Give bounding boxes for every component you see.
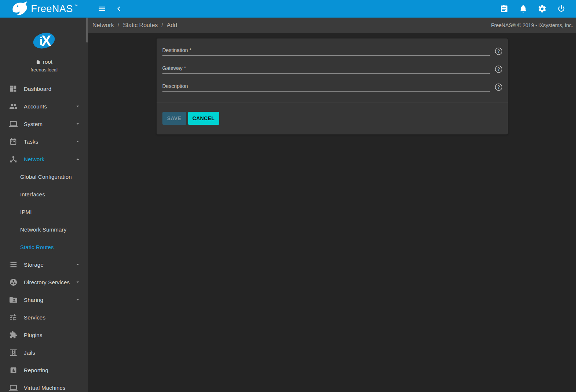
sidebar-item-network-summary[interactable]: Network Summary <box>0 221 88 238</box>
svg-text:?: ? <box>497 49 500 54</box>
save-button[interactable]: SAVE <box>162 112 186 125</box>
menu-hamburger-icon[interactable] <box>97 4 107 14</box>
laptop-icon <box>9 383 18 392</box>
power-icon[interactable] <box>556 4 566 14</box>
sidebar-item-label: Storage <box>24 262 44 268</box>
description-field-row: ? <box>162 82 503 92</box>
breadcrumb-bar: Network / Static Routes / Add FreeNAS® ©… <box>88 18 576 33</box>
sidebar-item-label: IPMI <box>20 209 32 215</box>
sidebar-item-label: Reporting <box>24 367 48 373</box>
chevron-down-icon <box>73 260 82 269</box>
breadcrumb-separator: / <box>118 22 119 29</box>
username: root <box>43 59 52 65</box>
svg-text:X: X <box>41 33 51 49</box>
sidebar-item-reporting[interactable]: Reporting <box>0 361 88 379</box>
sidebar-item-storage[interactable]: Storage <box>0 256 88 273</box>
network-hub-icon <box>9 155 18 163</box>
sidebar-item-label: Static Routes <box>20 244 54 250</box>
brand-trademark: ™ <box>74 4 78 8</box>
ix-logo: i X <box>30 29 58 52</box>
help-icon[interactable]: ? <box>495 83 503 91</box>
chevron-down-icon <box>73 137 82 146</box>
sidebar-item-label: Directory Services <box>24 279 70 285</box>
group-work-icon <box>9 278 18 286</box>
calendar-icon <box>9 137 18 146</box>
laptop-icon <box>9 119 18 128</box>
sidebar-item-ipmi[interactable]: IPMI <box>0 203 88 221</box>
sidebar: i X root freenas.local Dashboard Account… <box>0 18 88 392</box>
hostname: freenas.local <box>0 67 88 73</box>
svg-text:?: ? <box>497 85 500 90</box>
sidebar-item-label: Tasks <box>24 138 38 145</box>
sidebar-item-jails[interactable]: Jails <box>0 344 88 361</box>
help-icon[interactable]: ? <box>495 65 503 73</box>
chevron-up-icon <box>73 155 82 163</box>
puzzle-icon <box>9 330 18 339</box>
network-submenu: Global Configuration Interfaces IPMI Net… <box>0 168 88 256</box>
breadcrumb-static-routes[interactable]: Static Routes <box>123 22 158 29</box>
gateway-field-row: ? <box>162 64 503 74</box>
destination-field-row: ? <box>162 47 503 56</box>
cancel-button[interactable]: CANCEL <box>188 112 219 125</box>
notifications-bell-icon[interactable] <box>518 4 528 14</box>
sidebar-item-label: Plugins <box>24 332 43 338</box>
breadcrumb: Network / Static Routes / Add <box>92 22 177 29</box>
main-content: ? ? ? <box>88 33 576 392</box>
sidebar-item-dashboard[interactable]: Dashboard <box>0 80 88 97</box>
shark-logo-icon <box>10 1 29 17</box>
sidebar-item-sharing[interactable]: Sharing <box>0 291 88 308</box>
sidebar-item-label: Services <box>24 314 45 321</box>
breadcrumb-network[interactable]: Network <box>92 22 114 29</box>
chevron-down-icon <box>73 119 82 128</box>
sidebar-item-label: Dashboard <box>24 86 51 92</box>
sidebar-item-tasks[interactable]: Tasks <box>0 133 88 150</box>
help-icon[interactable]: ? <box>495 47 503 55</box>
top-bar: FreeNAS ™ <box>0 0 576 18</box>
copyright-text: FreeNAS® © 2019 - iXsystems, Inc. <box>491 22 573 28</box>
bar-chart-icon <box>9 366 18 374</box>
breadcrumb-separator: / <box>161 22 163 29</box>
collapse-back-chevron-icon[interactable] <box>114 4 124 14</box>
sidebar-item-network[interactable]: Network <box>0 150 88 168</box>
breadcrumb-add: Add <box>167 22 177 29</box>
sidebar-item-system[interactable]: System <box>0 115 88 133</box>
storage-icon <box>9 260 18 269</box>
sidebar-item-global-configuration[interactable]: Global Configuration <box>0 168 88 185</box>
gateway-input[interactable] <box>162 64 490 74</box>
sidebar-item-label: Network <box>24 156 44 162</box>
people-icon <box>9 102 18 111</box>
sidebar-item-label: Jails <box>24 350 35 356</box>
sidebar-item-services[interactable]: Services <box>0 308 88 326</box>
settings-gear-icon[interactable] <box>537 4 547 14</box>
sidebar-nav: Dashboard Accounts System Tasks <box>0 80 88 392</box>
sidebar-item-virtual-machines[interactable]: Virtual Machines <box>0 379 88 392</box>
sidebar-item-label: Sharing <box>24 297 43 303</box>
sidebar-item-label: Virtual Machines <box>24 385 66 391</box>
chevron-down-icon <box>73 295 82 304</box>
folder-shared-icon <box>9 295 18 304</box>
dashboard-icon <box>9 84 18 93</box>
svg-text:?: ? <box>497 67 500 72</box>
sidebar-item-label: Interfaces <box>20 191 45 197</box>
sidebar-item-static-routes[interactable]: Static Routes <box>0 238 88 256</box>
user-profile: i X root freenas.local <box>0 18 88 78</box>
freenas-logo: FreeNAS ™ <box>0 0 88 18</box>
destination-input[interactable] <box>162 47 490 56</box>
tune-sliders-icon <box>9 313 18 322</box>
chevron-down-icon <box>73 102 82 111</box>
jails-cage-icon <box>9 348 18 357</box>
sidebar-item-plugins[interactable]: Plugins <box>0 326 88 344</box>
lock-icon <box>36 59 41 64</box>
static-route-form-card: ? ? ? <box>157 38 508 134</box>
sidebar-item-accounts[interactable]: Accounts <box>0 97 88 115</box>
description-input[interactable] <box>162 82 490 92</box>
task-manager-clipboard-icon[interactable] <box>499 4 509 14</box>
sidebar-item-label: Accounts <box>24 103 47 110</box>
brand-text: FreeNAS <box>31 4 73 14</box>
sidebar-item-label: Global Configuration <box>20 174 72 180</box>
sidebar-item-interfaces[interactable]: Interfaces <box>0 185 88 203</box>
sidebar-item-directory-services[interactable]: Directory Services <box>0 273 88 291</box>
chevron-down-icon <box>73 278 82 286</box>
sidebar-item-label: System <box>24 121 43 127</box>
sidebar-item-label: Network Summary <box>20 226 66 233</box>
